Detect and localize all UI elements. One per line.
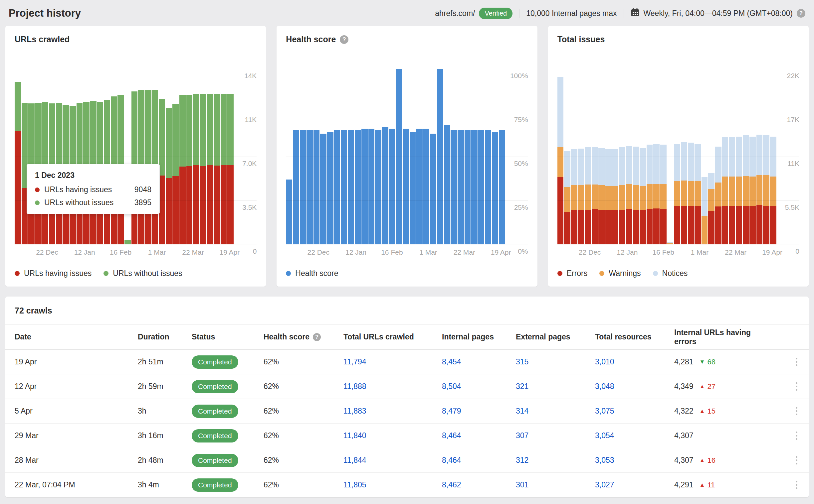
legend-item[interactable]: URLs having issues <box>15 269 91 278</box>
bar[interactable] <box>743 60 749 244</box>
bar[interactable] <box>227 60 234 244</box>
internal-pages-link[interactable]: 8,464 <box>442 456 516 465</box>
bar[interactable] <box>756 60 763 244</box>
column-header[interactable]: Internal pages <box>442 332 516 341</box>
total-resources-link[interactable]: 3,027 <box>595 480 674 489</box>
column-header[interactable]: Health score? <box>264 332 343 341</box>
bar[interactable] <box>300 60 306 244</box>
kebab-menu-icon[interactable] <box>794 479 799 491</box>
bar[interactable] <box>437 60 443 244</box>
kebab-menu-icon[interactable] <box>794 405 799 417</box>
bar[interactable] <box>35 60 42 244</box>
external-pages-link[interactable]: 314 <box>516 407 595 416</box>
bar[interactable] <box>131 60 138 244</box>
bar[interactable] <box>423 60 430 244</box>
bar[interactable] <box>653 60 660 244</box>
bar[interactable] <box>368 60 375 244</box>
internal-pages-link[interactable]: 8,504 <box>442 382 516 391</box>
bar[interactable] <box>458 60 464 244</box>
column-header[interactable]: Status <box>192 332 264 341</box>
bar[interactable] <box>564 60 570 244</box>
bar[interactable] <box>681 60 687 244</box>
column-header[interactable]: External pages <box>516 332 595 341</box>
bar[interactable] <box>492 60 498 244</box>
kebab-menu-icon[interactable] <box>794 454 799 466</box>
bar[interactable] <box>478 60 484 244</box>
bar[interactable] <box>334 60 340 244</box>
legend-item[interactable]: Health score <box>286 269 338 278</box>
bar[interactable] <box>592 60 598 244</box>
bar[interactable] <box>159 60 165 244</box>
column-header[interactable]: Internal URLs having errors <box>674 328 774 346</box>
bar[interactable] <box>403 60 409 244</box>
health-score-column-help-icon[interactable]: ? <box>313 333 321 341</box>
bar[interactable] <box>722 60 729 244</box>
bar[interactable] <box>166 60 172 244</box>
bar[interactable] <box>571 60 577 244</box>
column-header[interactable]: Total URLs crawled <box>343 332 442 341</box>
bar[interactable] <box>729 60 735 244</box>
external-pages-link[interactable]: 315 <box>516 357 595 366</box>
bar[interactable] <box>186 60 193 244</box>
bar[interactable] <box>42 60 49 244</box>
bar[interactable] <box>69 60 76 244</box>
bar[interactable] <box>83 60 89 244</box>
bar[interactable] <box>557 60 564 244</box>
bar[interactable] <box>28 60 35 244</box>
bar[interactable] <box>688 60 694 244</box>
bar[interactable] <box>674 60 680 244</box>
total-urls-crawled-link[interactable]: 11,805 <box>343 480 442 489</box>
bar[interactable] <box>749 60 756 244</box>
column-header[interactable]: Date <box>15 332 138 341</box>
bar[interactable] <box>179 60 186 244</box>
internal-pages-link[interactable]: 8,479 <box>442 407 516 416</box>
bar[interactable] <box>56 60 62 244</box>
bar[interactable] <box>389 60 395 244</box>
total-urls-crawled-link[interactable]: 11,883 <box>343 407 442 416</box>
internal-pages-link[interactable]: 8,454 <box>442 357 516 366</box>
total-urls-crawled-link[interactable]: 11,794 <box>343 357 442 366</box>
bar[interactable] <box>626 60 632 244</box>
bar[interactable] <box>76 60 83 244</box>
bar[interactable] <box>207 60 213 244</box>
kebab-menu-icon[interactable] <box>794 356 799 368</box>
bar[interactable] <box>138 60 144 244</box>
external-pages-link[interactable]: 312 <box>516 456 595 465</box>
bar[interactable] <box>396 60 402 244</box>
total-urls-crawled-link[interactable]: 11,888 <box>343 382 442 391</box>
schedule-help-icon[interactable]: ? <box>797 9 805 18</box>
bar[interactable] <box>499 60 505 244</box>
bar[interactable] <box>736 60 742 244</box>
bar[interactable] <box>200 60 206 244</box>
total-resources-link[interactable]: 3,075 <box>595 407 674 416</box>
bar[interactable] <box>702 60 708 244</box>
kebab-menu-icon[interactable] <box>794 430 799 442</box>
bar[interactable] <box>193 60 199 244</box>
internal-pages-link[interactable]: 8,464 <box>442 431 516 440</box>
bar[interactable] <box>647 60 653 244</box>
bar[interactable] <box>327 60 334 244</box>
total-resources-link[interactable]: 3,010 <box>595 357 674 366</box>
bar[interactable] <box>598 60 605 244</box>
legend-item[interactable]: URLs without issues <box>103 269 182 278</box>
bar[interactable] <box>770 60 776 244</box>
total-urls-crawled-link[interactable]: 11,840 <box>343 431 442 440</box>
bar[interactable] <box>410 60 416 244</box>
bar[interactable] <box>63 60 69 244</box>
bar[interactable] <box>640 60 646 244</box>
bar[interactable] <box>221 60 227 244</box>
external-pages-link[interactable]: 307 <box>516 431 595 440</box>
bar[interactable] <box>293 60 299 244</box>
bar[interactable] <box>286 60 292 244</box>
internal-pages-link[interactable]: 8,462 <box>442 480 516 489</box>
bar[interactable] <box>145 60 151 244</box>
bar[interactable] <box>97 60 103 244</box>
bar[interactable] <box>612 60 619 244</box>
bar[interactable] <box>172 60 179 244</box>
bar[interactable] <box>124 60 131 244</box>
column-header[interactable]: Total resources <box>595 332 674 341</box>
bar[interactable] <box>348 60 354 244</box>
bar[interactable] <box>585 60 591 244</box>
bar[interactable] <box>444 60 450 244</box>
bar[interactable] <box>451 60 457 244</box>
